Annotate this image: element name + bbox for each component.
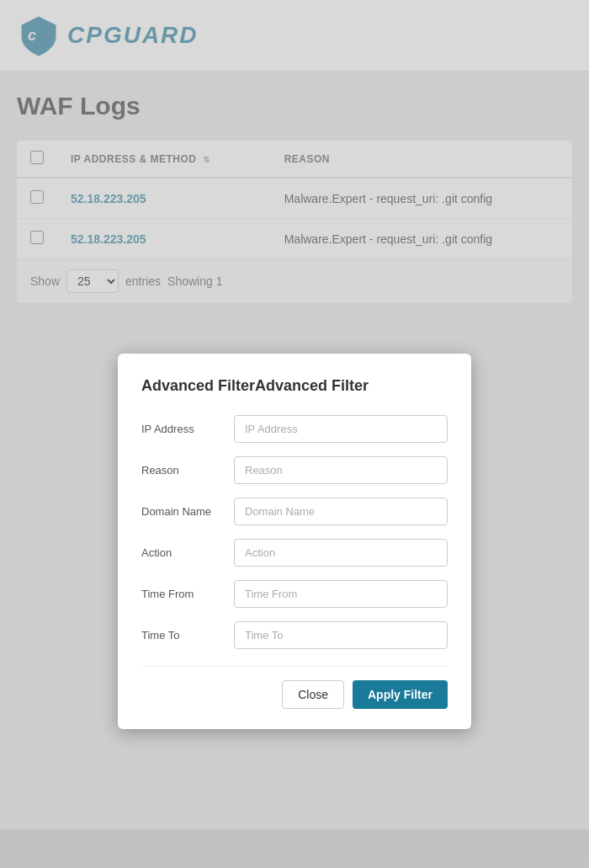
input-action[interactable] xyxy=(234,539,448,567)
form-row-action: Action xyxy=(141,539,448,567)
label-domain-name: Domain Name xyxy=(141,505,234,518)
modal-title: Advanced FilterAdvanced Filter xyxy=(141,377,448,395)
close-button[interactable]: Close xyxy=(282,680,344,709)
modal-footer: Close Apply Filter xyxy=(141,666,448,709)
advanced-filter-modal: Advanced FilterAdvanced Filter IP Addres… xyxy=(118,354,471,729)
form-row-time-from: Time From xyxy=(141,580,448,608)
apply-filter-button[interactable]: Apply Filter xyxy=(353,680,448,709)
input-reason[interactable] xyxy=(234,456,448,484)
form-row-domain: Domain Name xyxy=(141,498,448,525)
label-action: Action xyxy=(141,546,234,559)
input-domain-name[interactable] xyxy=(234,498,448,525)
label-time-to: Time To xyxy=(141,629,234,642)
label-time-from: Time From xyxy=(141,588,234,600)
input-time-from[interactable] xyxy=(234,580,448,608)
label-ip-address: IP Address xyxy=(141,423,234,435)
input-ip-address[interactable] xyxy=(234,415,448,443)
form-row-reason: Reason xyxy=(141,456,448,484)
form-row-ip: IP Address xyxy=(141,415,448,443)
input-time-to[interactable] xyxy=(234,621,448,649)
form-row-time-to: Time To xyxy=(141,621,448,649)
label-reason: Reason xyxy=(141,464,234,477)
